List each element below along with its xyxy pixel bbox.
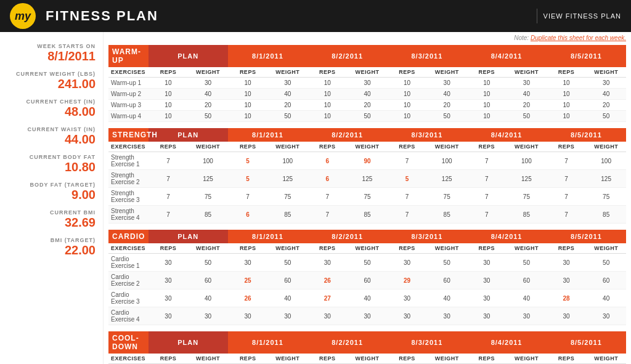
col-day0-reps: REPS: [228, 354, 268, 364]
day-cell: 10: [466, 89, 507, 100]
col-plan-weight: WEIGHT: [188, 142, 228, 152]
note-text: Note: Duplicate this sheet for each week…: [108, 34, 626, 41]
day-cell: 10: [387, 78, 427, 89]
day-cell: 30: [387, 254, 427, 272]
day-cell: 100: [586, 152, 626, 170]
col-exercises: EXERCISES: [108, 67, 149, 78]
day-cell: 10: [307, 111, 348, 122]
plan-cell: 50: [188, 254, 228, 272]
col-day1-weight: WEIGHT: [348, 67, 388, 78]
exercise-name: Cardio Exercise 2: [108, 272, 149, 289]
exercise-name: Strength Exercise 3: [108, 188, 149, 206]
plan-cell: 50: [188, 111, 228, 122]
day-cell: 7: [307, 188, 348, 206]
col-day3-reps: REPS: [466, 354, 507, 364]
sections-container: WARM-UPPLAN8/1/20118/2/20118/3/20118/4/2…: [108, 45, 626, 364]
plan-cell: 40: [188, 89, 228, 100]
plan-header: PLAN: [149, 45, 228, 67]
day-cell: 10: [466, 111, 507, 122]
day-cell: 85: [586, 206, 626, 224]
day-cell: 50: [507, 111, 547, 122]
col-day3-reps: REPS: [466, 142, 507, 152]
plan-cell: 10: [149, 111, 189, 122]
col-day4-reps: REPS: [547, 142, 587, 152]
day-cell: 50: [427, 111, 467, 122]
current-bmi-value: 32.69: [7, 216, 96, 230]
plan-cell: 85: [188, 206, 228, 224]
day-cell: 125: [427, 170, 467, 188]
day-cell: 40: [267, 289, 307, 307]
current-chest-label: CURRENT CHEST (IN): [7, 99, 96, 105]
table-row: Cardio Exercise 230602560266029603060306…: [108, 272, 626, 289]
day-cell: 50: [586, 254, 626, 272]
section-name: WARM-UP: [108, 45, 149, 67]
plan-cell: 30: [188, 307, 228, 325]
exercise-name: Cardio Exercise 1: [108, 254, 149, 272]
plan-cell: 100: [188, 152, 228, 170]
col-exercises: EXERCISES: [108, 354, 149, 364]
col-exercises: EXERCISES: [108, 142, 149, 152]
cool-down-table: COOL-DOWNPLAN8/1/20118/2/20118/3/20118/4…: [108, 331, 626, 364]
day-cell: 10: [228, 111, 268, 122]
col-plan-reps: REPS: [149, 67, 189, 78]
exercise-name: Strength Exercise 1: [108, 152, 149, 170]
day-cell: 75: [348, 188, 388, 206]
col-day2-weight: WEIGHT: [427, 142, 467, 152]
date-header: 8/4/2011: [466, 331, 546, 354]
day-cell: 30: [427, 307, 467, 325]
day-cell: 85: [427, 206, 467, 224]
day-cell: 40: [507, 289, 547, 307]
day-cell: 100: [267, 152, 307, 170]
current-bmi-label: CURRENT BMI: [7, 209, 96, 216]
col-day0-weight: WEIGHT: [267, 67, 307, 78]
day-cell: 30: [267, 78, 307, 89]
plan-cell: 7: [149, 170, 189, 188]
day-cell: 85: [507, 206, 547, 224]
current-body-fat-label: CURRENT BODY FAT: [7, 154, 96, 160]
day-cell: 50: [348, 111, 388, 122]
view-fitness-plan-button[interactable]: VIEW FITNESS PLAN: [543, 12, 621, 20]
plan-cell: 30: [149, 254, 189, 272]
col-day3-weight: WEIGHT: [507, 354, 547, 364]
section-warm-up: WARM-UPPLAN8/1/20118/2/20118/3/20118/4/2…: [108, 45, 626, 122]
app-title: FITNESS PLAN: [46, 8, 158, 24]
day-cell: 5: [387, 170, 427, 188]
day-cell: 7: [387, 188, 427, 206]
day-cell: 7: [466, 188, 507, 206]
col-exercises: EXERCISES: [108, 243, 149, 254]
col-day3-reps: REPS: [466, 243, 507, 254]
col-plan-weight: WEIGHT: [188, 354, 228, 364]
day-cell: 25: [228, 272, 268, 289]
day-cell: 30: [466, 272, 507, 289]
date-header: 8/2/2011: [307, 45, 387, 67]
date-header: 8/3/2011: [387, 331, 466, 354]
day-cell: 20: [348, 100, 388, 111]
date-header: 8/5/2011: [547, 230, 626, 243]
current-waist-label: CURRENT WAIST (IN): [7, 126, 96, 132]
day-cell: 30: [348, 78, 388, 89]
day-cell: 6: [307, 152, 348, 170]
exercise-name: Warm-up 3: [108, 100, 149, 111]
day-cell: 26: [228, 289, 268, 307]
day-cell: 7: [228, 188, 268, 206]
day-cell: 100: [507, 152, 547, 170]
exercise-name: Warm-up 1: [108, 78, 149, 89]
app-header: my FITNESS PLAN VIEW FITNESS PLAN: [0, 0, 631, 32]
plan-cell: 30: [188, 78, 228, 89]
day-cell: 60: [267, 272, 307, 289]
exercise-name: Cardio Exercise 4: [108, 307, 149, 325]
table-row: Cardio Exercise 130503050305030503050305…: [108, 254, 626, 272]
col-day0-reps: REPS: [228, 142, 268, 152]
col-plan-weight: WEIGHT: [188, 67, 228, 78]
week-starts-value: 8/1/2011: [7, 49, 96, 63]
day-cell: 40: [427, 289, 467, 307]
main-layout: WEEK STARTS ON 8/1/2011 CURRENT WEIGHT (…: [0, 32, 631, 364]
exercise-name: Strength Exercise 4: [108, 206, 149, 224]
date-header: 8/1/2011: [228, 128, 307, 142]
day-cell: 10: [547, 89, 587, 100]
section-cool-down: COOL-DOWNPLAN8/1/20118/2/20118/3/20118/4…: [108, 331, 626, 364]
plan-header: PLAN: [149, 230, 228, 243]
day-cell: 30: [466, 254, 507, 272]
day-cell: 10: [547, 78, 587, 89]
current-waist-value: 44.00: [7, 132, 96, 147]
